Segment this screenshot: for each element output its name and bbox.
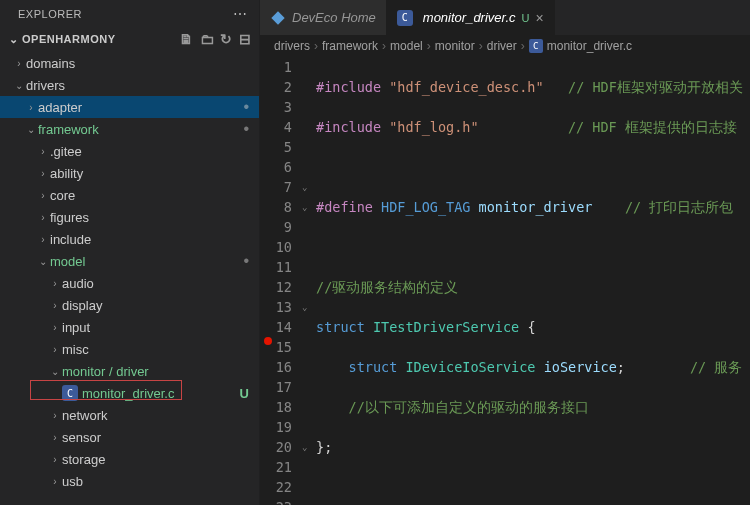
file-tree: ›domains ⌄drivers ›adapter• ⌄framework• … xyxy=(0,50,259,505)
tree-item-include[interactable]: ›include xyxy=(0,228,259,250)
tree-item-input[interactable]: ›input xyxy=(0,316,259,338)
explorer-title: EXPLORER xyxy=(18,8,233,20)
tree-item-figures[interactable]: ›figures xyxy=(0,206,259,228)
tree-item-display[interactable]: ›display xyxy=(0,294,259,316)
section-title: OPENHARMONY xyxy=(22,33,179,45)
tree-item-ability[interactable]: ›ability xyxy=(0,162,259,184)
section-header[interactable]: ⌄ OPENHARMONY 🗎 🗀 ↻ ⊟ xyxy=(0,28,259,50)
more-icon[interactable]: ⋯ xyxy=(233,6,248,22)
new-folder-icon[interactable]: 🗀 xyxy=(200,31,215,47)
c-file-icon: C xyxy=(62,385,78,401)
close-icon[interactable]: × xyxy=(535,10,543,26)
explorer-header: EXPLORER ⋯ xyxy=(0,0,259,28)
tree-item-core[interactable]: ›core xyxy=(0,184,259,206)
chevron-down-icon: ⌄ xyxy=(8,33,20,46)
code-content[interactable]: #include "hdf_device_desc.h" // HDF框架对驱动… xyxy=(316,57,750,505)
code-editor[interactable]: 1234567891011121314151617181920212223 ⌄ … xyxy=(260,57,750,505)
deveco-icon xyxy=(270,10,286,26)
fold-gutter: ⌄ ⌄ ⌄ ⌄ xyxy=(302,57,316,505)
c-file-icon: C xyxy=(529,39,543,53)
tree-item-misc[interactable]: ›misc xyxy=(0,338,259,360)
tree-item-monitor-driver[interactable]: ⌄monitor / driver xyxy=(0,360,259,382)
tree-item-audio[interactable]: ›audio xyxy=(0,272,259,294)
line-gutter: 1234567891011121314151617181920212223 xyxy=(260,57,302,505)
tree-item-domains[interactable]: ›domains xyxy=(0,52,259,74)
tree-item-drivers[interactable]: ⌄drivers xyxy=(0,74,259,96)
tab-monitor[interactable]: C monitor_driver.c U × xyxy=(387,0,555,35)
breakpoint-icon[interactable] xyxy=(264,337,272,345)
explorer-sidebar: EXPLORER ⋯ ⌄ OPENHARMONY 🗎 🗀 ↻ ⊟ ›domain… xyxy=(0,0,260,505)
tree-item-gitee[interactable]: ›.gitee xyxy=(0,140,259,162)
main-area: DevEco Home C monitor_driver.c U × drive… xyxy=(260,0,750,505)
tree-item-sensor[interactable]: ›sensor xyxy=(0,426,259,448)
tree-item-monitor-file[interactable]: Cmonitor_driver.cU xyxy=(0,382,259,404)
editor-tabs: DevEco Home C monitor_driver.c U × xyxy=(260,0,750,35)
new-file-icon[interactable]: 🗎 xyxy=(179,31,194,47)
breadcrumb[interactable]: drivers› framework› model› monitor› driv… xyxy=(260,35,750,57)
tree-item-storage[interactable]: ›storage xyxy=(0,448,259,470)
tab-deveco[interactable]: DevEco Home xyxy=(260,0,387,35)
refresh-icon[interactable]: ↻ xyxy=(220,31,233,47)
tab-monitor-label: monitor_driver.c xyxy=(423,10,516,25)
tree-item-usb[interactable]: ›usb xyxy=(0,470,259,492)
collapse-icon[interactable]: ⊟ xyxy=(239,31,252,47)
tree-item-network[interactable]: ›network xyxy=(0,404,259,426)
c-file-icon: C xyxy=(397,10,413,26)
tree-item-framework[interactable]: ⌄framework• xyxy=(0,118,259,140)
tab-deveco-label: DevEco Home xyxy=(292,10,376,25)
modified-badge: U xyxy=(522,12,530,24)
tree-item-adapter[interactable]: ›adapter• xyxy=(0,96,259,118)
tree-item-model[interactable]: ⌄model• xyxy=(0,250,259,272)
